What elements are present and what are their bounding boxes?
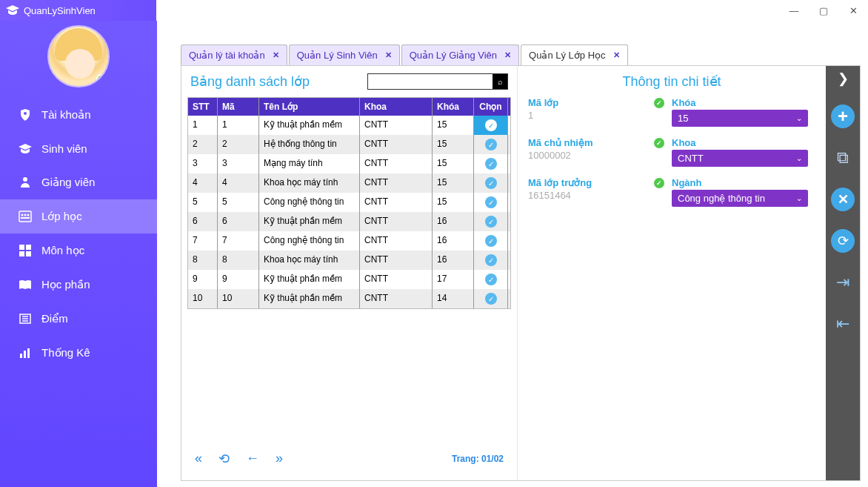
- dropdown-value: CNTT: [678, 153, 704, 164]
- refresh-button[interactable]: ⟳: [831, 229, 855, 253]
- page-first[interactable]: «: [195, 451, 202, 467]
- cell-stt: 7: [188, 231, 218, 251]
- cell-khoa: CNTT: [360, 231, 433, 251]
- cell-chon[interactable]: ✓: [474, 251, 508, 270]
- cell-chon[interactable]: ✓: [474, 135, 508, 154]
- check-icon: ✓: [485, 235, 497, 247]
- cell-stt: 1: [188, 116, 218, 135]
- col-ma[interactable]: Mã: [218, 98, 259, 116]
- cell-stt: 5: [188, 193, 218, 212]
- table-row[interactable]: 11Kỹ thuật phần mềmCNTT15✓: [188, 116, 510, 135]
- sidebar-item-taikhoan[interactable]: Tài khoản: [0, 98, 157, 132]
- cell-khoa2: 16: [433, 212, 474, 231]
- cell-chon[interactable]: ✓: [474, 270, 508, 289]
- svg-rect-15: [24, 351, 26, 358]
- cell-ten: Công nghệ thông tin: [259, 231, 360, 251]
- col-khoa2[interactable]: Khóa: [433, 98, 474, 116]
- col-ten[interactable]: Tên Lớp: [259, 98, 360, 116]
- search-box: ⌕: [367, 73, 508, 90]
- dropdown-khoa[interactable]: CNTT⌄: [672, 150, 808, 167]
- cell-stt: 3: [188, 154, 218, 173]
- tab-giangvien[interactable]: Quản Lý Giảng Viên✕: [401, 44, 519, 65]
- sidebar-item-label: Môn học: [41, 244, 84, 257]
- table-row[interactable]: 22Hệ thống thông tinCNTT15✓: [188, 135, 510, 154]
- cell-khoa2: 15: [433, 116, 474, 135]
- dropdown-khoa2[interactable]: 15⌄: [672, 110, 808, 127]
- user-avatar[interactable]: [47, 25, 110, 87]
- list-title: Bảng danh sách lớp: [190, 73, 310, 90]
- search-icon: ⌕: [498, 77, 503, 86]
- cell-khoa2: 16: [433, 251, 474, 270]
- cell-khoa: CNTT: [360, 116, 433, 135]
- chevron-down-icon: ⌄: [796, 154, 802, 162]
- tab-sinhvien[interactable]: Quản Lý Sinh Viên✕: [289, 44, 400, 65]
- tab-taikhoan[interactable]: Quản lý tài khoản✕: [181, 44, 287, 65]
- page-info: Trang: 01/02: [452, 454, 504, 464]
- svg-point-0: [23, 177, 27, 182]
- sidebar-item-hocphan[interactable]: Học phần: [0, 268, 157, 302]
- col-chon[interactable]: Chọn: [474, 98, 508, 116]
- cell-khoa2: 17: [433, 270, 474, 289]
- search-button[interactable]: ⌕: [493, 74, 507, 89]
- cell-chon[interactable]: ✓: [474, 116, 508, 135]
- expand-button[interactable]: ❯: [831, 70, 855, 87]
- dropdown-nganh[interactable]: Công nghệ thông tin⌄: [672, 190, 808, 207]
- stats-icon: [18, 348, 33, 358]
- import-button[interactable]: ⇥: [831, 271, 855, 294]
- page-prev[interactable]: ←: [246, 451, 259, 467]
- check-icon: ✓: [485, 254, 497, 266]
- cell-chon[interactable]: ✓: [474, 231, 508, 251]
- col-stt[interactable]: STT: [188, 98, 218, 116]
- valid-icon: ✓: [654, 98, 664, 108]
- sidebar-item-thongke[interactable]: Thống Kê: [0, 336, 157, 370]
- page-back[interactable]: ⟲: [218, 451, 230, 467]
- tab-close-icon[interactable]: ✕: [504, 50, 511, 60]
- tab-close-icon[interactable]: ✕: [613, 50, 620, 60]
- table-row[interactable]: 1010Kỹ thuật phần mềmCNTT14✓: [188, 289, 510, 308]
- page-next[interactable]: »: [276, 451, 283, 467]
- cell-khoa2: 14: [433, 289, 474, 308]
- cell-chon[interactable]: ✓: [474, 289, 508, 308]
- window-minimize[interactable]: —: [779, 0, 809, 21]
- cell-ma: 1: [218, 116, 259, 135]
- delete-button[interactable]: ✕: [831, 188, 855, 211]
- add-button[interactable]: +: [831, 105, 855, 128]
- tab-close-icon[interactable]: ✕: [273, 50, 279, 60]
- table-row[interactable]: 33Mạng máy tínhCNTT15✓: [188, 154, 510, 173]
- export-button[interactable]: ⇤: [831, 312, 855, 336]
- copy-button[interactable]: ⧉: [831, 146, 855, 170]
- cell-stt: 9: [188, 270, 218, 289]
- table-row[interactable]: 88Khoa học máy tínhCNTT16✓: [188, 251, 510, 270]
- cell-chon[interactable]: ✓: [474, 173, 508, 193]
- cell-chon[interactable]: ✓: [474, 154, 508, 173]
- check-icon: ✓: [485, 196, 497, 208]
- cell-chon[interactable]: ✓: [474, 212, 508, 231]
- sidebar-item-sinhvien[interactable]: Sinh viên: [0, 132, 157, 165]
- check-icon: ✓: [485, 158, 497, 170]
- sidebar-item-label: Thống Kê: [41, 346, 90, 360]
- table-row[interactable]: 55Công nghệ thông tinCNTT15✓: [188, 193, 510, 212]
- tab-label: Quản Lý Giảng Viên: [410, 50, 497, 61]
- cell-stt: 10: [188, 289, 218, 308]
- cell-khoa: CNTT: [360, 154, 433, 173]
- cell-khoa: CNTT: [360, 212, 433, 231]
- col-khoa[interactable]: Khoa: [360, 98, 433, 116]
- table-row[interactable]: 77Công nghệ thông tinCNTT16✓: [188, 231, 510, 251]
- window-close[interactable]: ✕: [838, 0, 868, 21]
- table-row[interactable]: 66Kỹ thuật phần mềmCNTT16✓: [188, 212, 510, 231]
- table-row[interactable]: 99Kỹ thuật phần mềmCNTT17✓: [188, 270, 510, 289]
- sidebar-item-lophoc[interactable]: Lớp học: [0, 199, 157, 233]
- sidebar-item-monhoc[interactable]: Môn học: [0, 233, 157, 268]
- cell-chon[interactable]: ✓: [474, 193, 508, 212]
- svg-rect-5: [21, 217, 30, 219]
- tab-lophoc[interactable]: Quản Lý Lớp Học✕: [521, 44, 628, 65]
- cell-khoa2: 15: [433, 193, 474, 212]
- sidebar-item-giangvien[interactable]: Giảng viên: [0, 165, 157, 199]
- tab-close-icon[interactable]: ✕: [385, 50, 392, 60]
- search-input[interactable]: [368, 74, 493, 89]
- window-maximize[interactable]: ▢: [809, 0, 838, 21]
- sidebar-item-diem[interactable]: Điểm: [0, 302, 157, 336]
- svg-rect-16: [27, 348, 30, 358]
- table-row[interactable]: 44Khoa học máy tínhCNTT15✓: [188, 173, 510, 193]
- class-table: STT Mã Tên Lớp Khoa Khóa Chọn 11Kỹ thuật…: [187, 97, 511, 309]
